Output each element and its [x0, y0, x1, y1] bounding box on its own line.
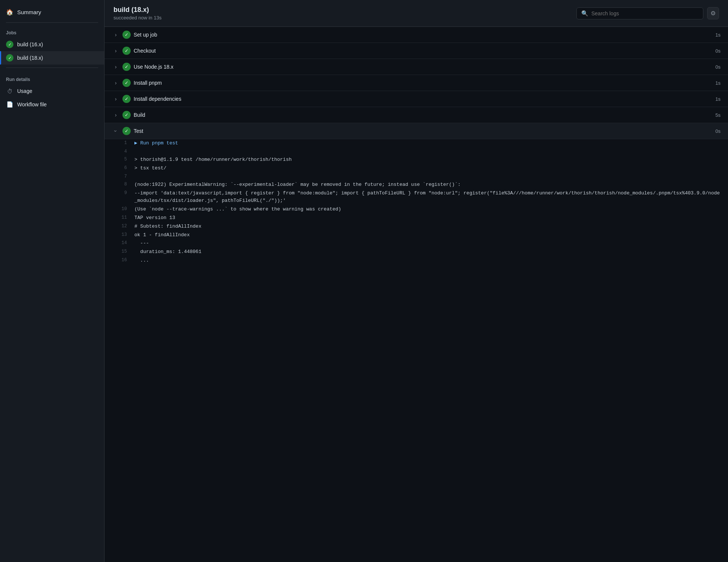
steps-container: › ✓ Set up job 1s › ✓ Checkout 0s › ✓ Us…	[105, 27, 728, 562]
file-icon: 📄	[6, 101, 13, 108]
step-duration-use-nodejs: 0s	[715, 64, 721, 70]
log-line: 14 ---	[105, 239, 728, 248]
line-content: --import 'data:text/javascript,import { …	[134, 190, 721, 205]
step-name-install-deps: Install dependencies	[134, 96, 712, 102]
settings-button[interactable]: ⚙	[707, 7, 719, 19]
chevron-right-icon-3[interactable]: ›	[112, 63, 119, 71]
line-content: # Subtest: findAllIndex	[134, 223, 721, 231]
line-number: 14	[119, 240, 134, 247]
main-content: build (18.x) succeeded now in 13s 🔍 ⚙ › …	[105, 0, 728, 562]
log-line: 6> tsx test/	[105, 164, 728, 173]
step-install-pnpm[interactable]: › ✓ Install pnpm 1s	[105, 75, 728, 91]
step-use-nodejs[interactable]: › ✓ Use Node.js 18.x 0s	[105, 59, 728, 75]
sidebar: 🏠 Summary Jobs ✓ build (16.x) ✓ build (1…	[0, 0, 105, 562]
log-line: 1▶ Run pnpm test	[105, 139, 728, 148]
line-content: > tsx test/	[134, 165, 721, 172]
log-line: 5> thorish@1.1.9 test /home/runner/work/…	[105, 156, 728, 164]
job-header: build (18.x) succeeded now in 13s 🔍 ⚙	[105, 0, 728, 27]
step-duration-checkout: 0s	[715, 48, 721, 54]
step-duration-build: 5s	[715, 112, 721, 118]
log-output: 1▶ Run pnpm test45> thorish@1.1.9 test /…	[105, 139, 728, 265]
step-name-install-pnpm: Install pnpm	[134, 80, 712, 86]
sidebar-item-build-18x[interactable]: ✓ build (18.x)	[0, 51, 104, 65]
line-number: 9	[119, 190, 134, 197]
line-content: ▶ Run pnpm test	[134, 140, 721, 147]
line-number: 8	[119, 181, 134, 188]
step-duration-install-pnpm: 1s	[715, 80, 721, 86]
step-success-set-up-job: ✓	[122, 31, 131, 39]
sidebar-divider	[6, 22, 98, 23]
jobs-section-label: Jobs	[0, 26, 104, 38]
line-content: TAP version 13	[134, 214, 721, 222]
line-number: 11	[119, 214, 134, 221]
header-right: 🔍 ⚙	[576, 7, 719, 19]
log-line: 9--import 'data:text/javascript,import {…	[105, 189, 728, 206]
search-box[interactable]: 🔍	[576, 7, 703, 19]
step-set-up-job[interactable]: › ✓ Set up job 1s	[105, 27, 728, 43]
line-content: ---	[134, 240, 721, 247]
step-duration-test: 0s	[715, 128, 721, 134]
step-test[interactable]: › ✓ Test 0s	[105, 123, 728, 139]
sidebar-item-workflow-file[interactable]: 📄 Workflow file	[0, 98, 104, 111]
sidebar-item-usage[interactable]: ⏱ Usage	[0, 84, 104, 98]
line-content: duration_ms: 1.448061	[134, 248, 721, 256]
step-duration-set-up-job: 1s	[715, 32, 721, 38]
log-line: 8(node:1922) ExperimentalWarning: `--exp…	[105, 181, 728, 189]
chevron-down-icon[interactable]: ›	[112, 127, 119, 135]
line-content: (node:1922) ExperimentalWarning: `--expe…	[134, 181, 721, 189]
usage-label: Usage	[17, 88, 32, 94]
step-install-deps[interactable]: › ✓ Install dependencies 1s	[105, 91, 728, 107]
line-content: ok 1 - findAllIndex	[134, 231, 721, 239]
sidebar-summary-label: Summary	[17, 9, 41, 15]
step-name-checkout: Checkout	[134, 48, 712, 54]
line-number: 7	[119, 173, 134, 180]
job-title: build (18.x)	[113, 6, 162, 14]
clock-icon: ⏱	[6, 87, 13, 95]
log-line: 7	[105, 173, 728, 181]
step-build[interactable]: › ✓ Build 5s	[105, 107, 728, 123]
job-title-block: build (18.x) succeeded now in 13s	[113, 6, 162, 21]
line-content: (Use `node --trace-warnings ...` to show…	[134, 206, 721, 213]
step-success-install-pnpm: ✓	[122, 79, 131, 87]
step-success-use-nodejs: ✓	[122, 63, 131, 71]
success-icon-18x: ✓	[6, 54, 13, 62]
step-name-build: Build	[134, 112, 712, 118]
log-line: 4	[105, 148, 728, 156]
log-line: 15 duration_ms: 1.448061	[105, 248, 728, 256]
chevron-right-icon-5[interactable]: ›	[112, 95, 119, 103]
step-name-test: Test	[134, 128, 712, 134]
step-success-install-deps: ✓	[122, 95, 131, 103]
step-success-checkout: ✓	[122, 47, 131, 55]
chevron-right-icon-4[interactable]: ›	[112, 79, 119, 87]
line-number: 5	[119, 156, 134, 163]
line-content: ...	[134, 257, 721, 265]
line-number: 12	[119, 223, 134, 230]
step-checkout[interactable]: › ✓ Checkout 0s	[105, 43, 728, 59]
log-line: 13ok 1 - findAllIndex	[105, 231, 728, 240]
step-success-build: ✓	[122, 111, 131, 119]
line-number: 4	[119, 148, 134, 155]
line-number: 13	[119, 231, 134, 238]
job-subtitle: succeeded now in 13s	[113, 15, 162, 21]
sidebar-item-build-16x[interactable]: ✓ build (16.x)	[0, 38, 104, 51]
log-line: 16 ...	[105, 256, 728, 265]
line-number: 6	[119, 165, 134, 172]
line-number: 10	[119, 206, 134, 213]
search-input[interactable]	[591, 10, 699, 16]
success-icon-16x: ✓	[6, 41, 13, 48]
log-line: 11TAP version 13	[105, 214, 728, 222]
step-success-test: ✓	[122, 127, 131, 135]
step-duration-install-deps: 1s	[715, 96, 721, 102]
line-number: 15	[119, 248, 134, 255]
home-icon: 🏠	[6, 8, 13, 16]
chevron-right-icon-6[interactable]: ›	[112, 111, 119, 119]
workflow-file-label: Workflow file	[17, 102, 47, 107]
sidebar-item-summary[interactable]: 🏠 Summary	[0, 4, 104, 19]
line-content: > thorish@1.1.9 test /home/runner/work/t…	[134, 156, 721, 164]
step-name-set-up-job: Set up job	[134, 32, 712, 38]
log-line: 10(Use `node --trace-warnings ...` to sh…	[105, 205, 728, 214]
chevron-right-icon[interactable]: ›	[112, 31, 119, 38]
sidebar-job-label-16x: build (16.x)	[17, 41, 43, 47]
chevron-right-icon-2[interactable]: ›	[112, 47, 119, 54]
line-number: 16	[119, 257, 134, 264]
